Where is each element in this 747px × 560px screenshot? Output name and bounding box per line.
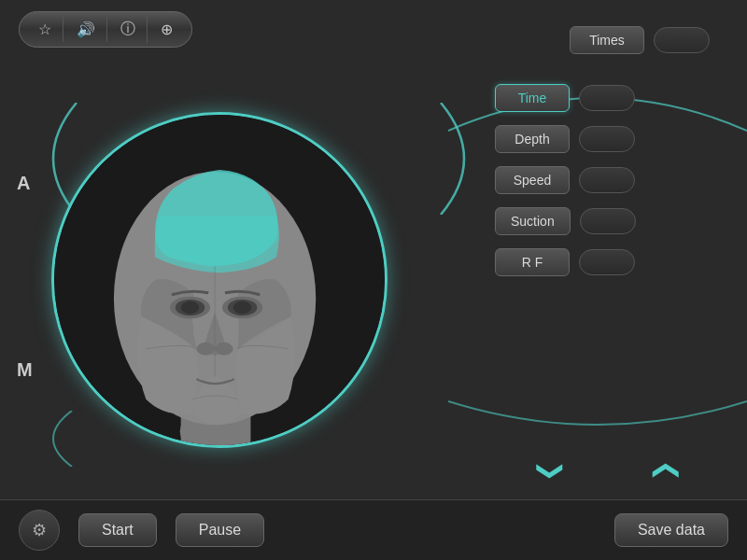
times-button[interactable]: Times <box>570 26 644 54</box>
chevron-row: ❯ ❯ <box>495 452 719 490</box>
svg-point-6 <box>181 301 200 315</box>
svg-point-10 <box>196 343 215 356</box>
times-slider[interactable] <box>654 27 710 53</box>
start-button[interactable]: Start <box>78 513 157 547</box>
speed-slider[interactable] <box>579 167 635 193</box>
time-row: Time <box>495 84 719 112</box>
times-area: Times <box>570 26 710 54</box>
chevron-up-button[interactable]: ❯ <box>644 441 683 500</box>
save-button[interactable]: Save data <box>614 513 728 547</box>
depth-row: Depth <box>495 125 719 153</box>
face-circle <box>51 112 388 448</box>
bottom-right-arc <box>448 392 747 439</box>
volume-button[interactable]: 🔊 <box>65 17 107 42</box>
speed-row: Speed <box>495 166 719 194</box>
suction-slider[interactable] <box>580 208 636 234</box>
depth-slider[interactable] <box>579 126 635 152</box>
info-button[interactable]: ⓘ <box>109 16 148 43</box>
chevron-down-button[interactable]: ❯ <box>532 441 571 500</box>
toolbar: ☆ 🔊 ⓘ ⊕ <box>19 11 192 48</box>
rf-button[interactable]: R F <box>495 248 570 276</box>
pause-button[interactable]: Pause <box>176 513 264 547</box>
gear-button[interactable]: ⚙ <box>19 510 60 551</box>
toolbar-pill: ☆ 🔊 ⓘ ⊕ <box>19 11 192 48</box>
suction-button[interactable]: Suction <box>495 207 571 235</box>
add-button[interactable]: ⊕ <box>149 17 184 42</box>
star-button[interactable]: ☆ <box>27 17 63 42</box>
bottom-bar: ⚙ Start Pause Save data <box>0 499 747 560</box>
rf-slider[interactable] <box>579 249 635 275</box>
suction-row: Suction <box>495 207 719 235</box>
param-panel: Time Depth Speed Suction R F <box>495 84 719 276</box>
depth-button[interactable]: Depth <box>495 125 570 153</box>
svg-point-9 <box>233 301 252 315</box>
face-model <box>54 115 385 445</box>
time-button[interactable]: Time <box>495 84 570 112</box>
speed-button[interactable]: Speed <box>495 166 570 194</box>
label-m: M <box>17 359 33 381</box>
label-a: A <box>17 173 30 194</box>
gear-icon: ⚙ <box>32 520 47 540</box>
rf-row: R F <box>495 248 719 276</box>
face-display <box>47 75 392 485</box>
svg-point-11 <box>215 343 233 356</box>
time-slider[interactable] <box>579 85 635 111</box>
